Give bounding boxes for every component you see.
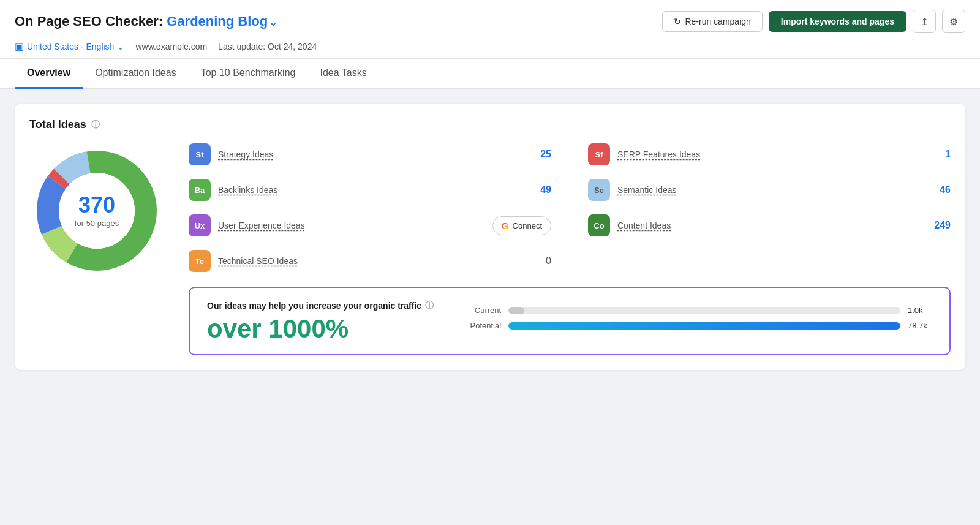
import-label: Import keywords and pages [781,17,894,26]
idea-item-content: Co Content Ideas 249 [588,214,951,236]
potential-label: Potential [458,321,501,330]
last-update: Last update: Oct 24, 2024 [218,42,317,51]
ideas-grid: St Strategy Ideas 25 Sf SERP Features Id… [189,143,951,355]
ux-badge: Ux [189,214,211,236]
backlinks-label[interactable]: Backlinks Ideas [218,185,526,195]
technical-label[interactable]: Technical SEO Ideas [218,256,526,266]
idea-item-strategy: St Strategy Ideas 25 [189,143,551,165]
content-badge: Co [588,214,610,236]
current-label: Current [458,306,501,315]
traffic-bars: Current 1.0k Potential 78.7k [458,306,932,336]
region-selector[interactable]: ▣ United States - English ⌄ [15,40,124,52]
serp-label[interactable]: SERP Features Ideas [617,149,925,159]
app-title: On Page SEO Checker: Gardening Blog⌄ [15,13,277,29]
region-label: United States - English [27,42,114,51]
ideas-rows: St Strategy Ideas 25 Sf SERP Features Id… [189,143,951,272]
idea-item-semantic: Se Semantic Ideas 46 [588,179,951,201]
current-bar-fill [508,307,524,314]
idea-item-technical: Te Technical SEO Ideas 0 [189,250,551,272]
header-sub: ▣ United States - English ⌄ www.example.… [15,40,965,58]
connect-google-button[interactable]: G Connect [492,216,551,235]
campaign-chevron-icon[interactable]: ⌄ [269,17,277,28]
potential-value: 78.7k [908,321,932,330]
monitor-icon: ▣ [15,40,24,52]
idea-item-serp: Sf SERP Features Ideas 1 [588,143,951,165]
semantic-count: 46 [932,184,951,195]
semantic-badge: Se [588,179,610,201]
rerun-button[interactable]: ↻ Re-run campaign [662,11,762,32]
idea-item-backlinks: Ba Backlinks Ideas 49 [189,179,551,201]
tab-overview[interactable]: Overview [15,59,83,89]
traffic-info-icon[interactable]: ⓘ [425,300,434,311]
strategy-badge: St [189,143,211,165]
traffic-headline-text: Our ideas may help you increase your org… [207,301,421,311]
header: On Page SEO Checker: Gardening Blog⌄ ↻ R… [0,0,980,59]
content-label[interactable]: Content Ideas [617,221,925,230]
traffic-headline: Our ideas may help you increase your org… [207,300,434,311]
header-top: On Page SEO Checker: Gardening Blog⌄ ↻ R… [15,10,965,40]
campaign-name[interactable]: Gardening Blog [167,13,268,29]
connect-label: Connect [513,221,542,230]
gear-icon: ⚙ [949,16,958,28]
strategy-count: 25 [533,149,551,160]
traffic-percent: over 1000% [207,316,434,342]
potential-bar-fill [508,322,900,330]
app-title-static: On Page SEO Checker: [15,13,163,29]
current-value: 1.0k [908,306,932,315]
potential-bar-row: Potential 78.7k [458,321,932,330]
serp-badge: Sf [588,143,610,165]
serp-count: 1 [932,149,951,160]
region-chevron-icon: ⌄ [117,42,124,51]
potential-bar-track [508,322,900,330]
google-icon: G [502,221,509,231]
tab-benchmarking[interactable]: Top 10 Benchmarking [189,59,308,89]
domain: www.example.com [135,42,207,51]
tab-tasks[interactable]: Idea Tasks [307,59,379,89]
tab-optimization[interactable]: Optimization Ideas [83,59,189,89]
donut-sub: for 50 pages [75,219,119,228]
content-count: 249 [932,220,951,231]
main-content: Total Ideas ⓘ [0,89,980,385]
semantic-label[interactable]: Semantic Ideas [617,185,925,195]
technical-count: 0 [533,255,551,266]
technical-badge: Te [189,250,211,272]
ux-label[interactable]: User Experience Ideas [218,221,485,230]
donut-center: 370 for 50 pages [75,194,119,228]
info-icon[interactable]: ⓘ [91,119,100,130]
tabs: Overview Optimization Ideas Top 10 Bench… [0,59,980,89]
rerun-icon: ↻ [674,17,681,26]
export-icon: ↥ [921,16,929,28]
settings-button[interactable]: ⚙ [942,10,965,33]
traffic-left: Our ideas may help you increase your org… [207,300,434,342]
card-title: Total Ideas ⓘ [29,118,951,131]
current-bar-row: Current 1.0k [458,306,932,315]
total-ideas-body: 370 for 50 pages St Strategy Ideas 25 [29,143,951,355]
card-title-text: Total Ideas [29,118,86,131]
total-ideas-card: Total Ideas ⓘ [15,104,965,370]
backlinks-badge: Ba [189,179,211,201]
donut-number: 370 [75,194,119,216]
idea-item-ux: Ux User Experience Ideas G Connect [189,214,551,236]
header-actions: ↻ Re-run campaign Import keywords and pa… [662,10,965,33]
current-bar-track [508,307,900,314]
backlinks-count: 49 [533,184,551,195]
donut-chart: 370 for 50 pages [29,143,164,278]
import-button[interactable]: Import keywords and pages [769,11,907,32]
strategy-label[interactable]: Strategy Ideas [218,149,526,159]
rerun-label: Re-run campaign [685,17,750,26]
traffic-boost-box: Our ideas may help you increase your org… [189,287,951,355]
export-button[interactable]: ↥ [913,10,936,33]
